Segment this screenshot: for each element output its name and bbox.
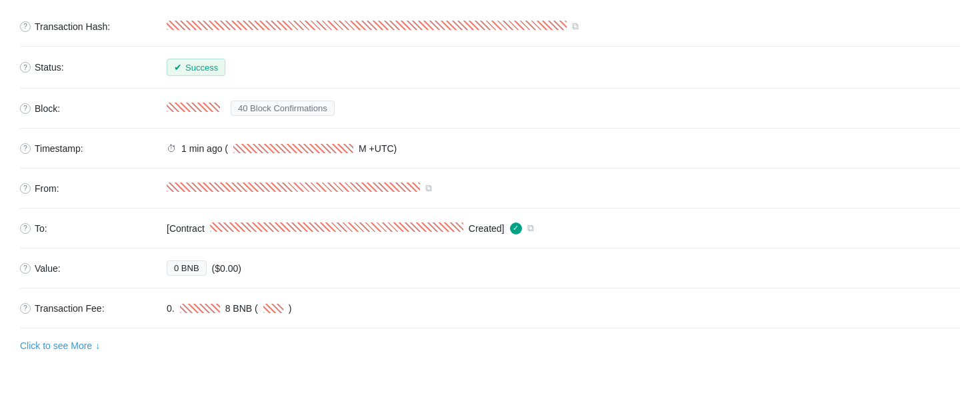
transaction-hash-help-icon[interactable]: ? <box>20 21 31 32</box>
to-copy-icon[interactable]: ⧉ <box>527 222 534 234</box>
value-value-col: 0 BNB ($0.00) <box>167 260 960 276</box>
block-confirmations-badge: 40 Block Confirmations <box>231 101 335 116</box>
transaction-fee-value-col: 0.8 BNB () <box>167 303 960 314</box>
transaction-hash-label-col: ? Transaction Hash: <box>20 21 167 32</box>
value-usd: ($0.00) <box>212 263 241 274</box>
block-help-icon[interactable]: ? <box>20 103 31 114</box>
from-copy-icon[interactable]: ⧉ <box>425 183 432 194</box>
contract-address[interactable] <box>210 222 463 234</box>
timestamp-row: ? Timestamp: ⏱ 1 min ago ( M +UTC) <box>20 129 960 169</box>
block-value-col: 40 Block Confirmations <box>167 101 960 116</box>
transaction-hash-value-col: ⧉ <box>167 21 960 32</box>
from-row: ? From: ⧉ <box>20 169 960 208</box>
transaction-fee-row: ? Transaction Fee: 0.8 BNB () <box>20 288 960 328</box>
timestamp-help-icon[interactable]: ? <box>20 143 31 154</box>
status-check-icon: ✔ <box>174 62 182 73</box>
value-label: Value: <box>35 263 61 274</box>
from-help-icon[interactable]: ? <box>20 183 31 194</box>
arrow-down-icon: ↓ <box>95 340 100 351</box>
transaction-fee-label: Transaction Fee: <box>35 303 105 314</box>
status-value-col: ✔ Success <box>167 59 960 76</box>
block-row: ? Block: 40 Block Confirmations <box>20 89 960 129</box>
to-label: To: <box>35 223 47 234</box>
to-label-col: ? To: <box>20 223 167 234</box>
transaction-hash-value <box>167 21 567 32</box>
status-help-icon[interactable]: ? <box>20 62 31 73</box>
transaction-hash-copy-icon[interactable]: ⧉ <box>572 21 579 32</box>
timestamp-text: 1 min ago ( <box>181 143 228 154</box>
status-text: Success <box>185 63 218 73</box>
transaction-hash-label: Transaction Hash: <box>35 21 110 32</box>
timestamp-value-col: ⏱ 1 min ago ( M +UTC) <box>167 143 960 154</box>
transaction-fee-usd-suffix: ) <box>289 303 292 314</box>
block-label: Block: <box>35 103 60 114</box>
timestamp-utc: M +UTC) <box>359 143 397 154</box>
block-number-value[interactable] <box>167 103 220 114</box>
status-badge: ✔ Success <box>167 59 225 76</box>
value-help-icon[interactable]: ? <box>20 263 31 274</box>
transaction-fee-bnb: 0. <box>167 303 175 314</box>
timestamp-label: Timestamp: <box>35 143 83 154</box>
from-label: From: <box>35 183 59 194</box>
from-value-col: ⧉ <box>167 183 960 194</box>
to-value-col: [Contract Created] ✓ ⧉ <box>167 222 960 234</box>
clock-icon: ⏱ <box>167 143 176 154</box>
contract-suffix: Created] <box>469 223 505 234</box>
transaction-detail-container: ? Transaction Hash: ⧉ ? Status: ✔ Succes… <box>0 0 980 364</box>
from-address[interactable] <box>167 183 420 194</box>
timestamp-label-col: ? Timestamp: <box>20 143 167 154</box>
contract-verified-icon: ✓ <box>510 222 522 234</box>
block-label-col: ? Block: <box>20 103 167 114</box>
value-row: ? Value: 0 BNB ($0.00) <box>20 248 960 288</box>
to-row: ? To: [Contract Created] ✓ ⧉ <box>20 208 960 248</box>
transaction-fee-bnb-suffix: 8 BNB ( <box>225 303 258 314</box>
transaction-fee-label-col: ? Transaction Fee: <box>20 303 167 314</box>
status-label-col: ? Status: <box>20 62 167 73</box>
to-help-icon[interactable]: ? <box>20 223 31 234</box>
click-to-see-more-label: Click to see More <box>20 340 92 351</box>
contract-prefix: [Contract <box>167 223 205 234</box>
transaction-hash-row: ? Transaction Hash: ⧉ <box>20 7 960 47</box>
value-label-col: ? Value: <box>20 263 167 274</box>
value-bnb-badge: 0 BNB <box>167 260 207 276</box>
status-label: Status: <box>35 62 64 73</box>
from-label-col: ? From: <box>20 183 167 194</box>
status-row: ? Status: ✔ Success <box>20 47 960 89</box>
transaction-fee-help-icon[interactable]: ? <box>20 303 31 314</box>
click-to-see-more-link[interactable]: Click to see More ↓ <box>20 328 100 358</box>
